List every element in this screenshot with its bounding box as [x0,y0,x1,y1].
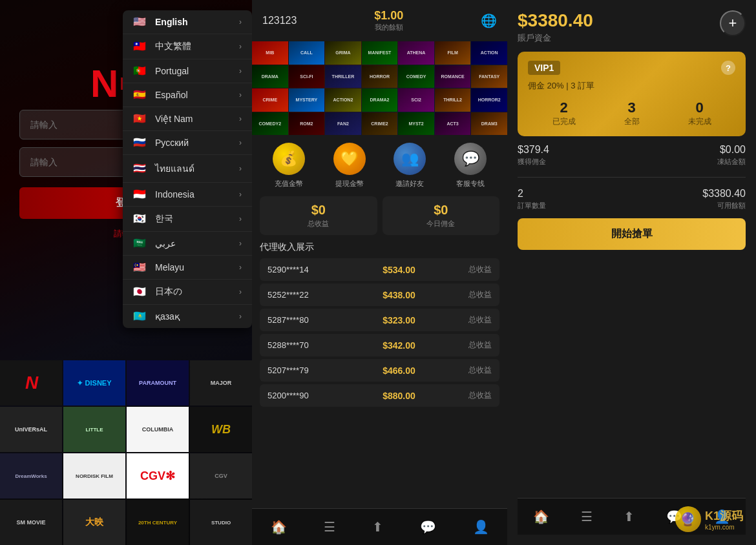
middle-globe-icon[interactable]: 🌐 [481,13,497,28]
right-panel: $3380.40 賬戶資金 + VIP1 ? 佣金 20% | 3 訂單 2 已… [507,0,756,545]
plus-button[interactable]: + [720,10,746,36]
movie-cell-text: ACTION2 [325,88,361,112]
lang-item-portugal[interactable]: 🇵🇹 Portugal › [123,59,252,83]
movie-cell: MANIFEST [362,41,398,65]
right-nav-menu[interactable]: ☰ [574,506,599,527]
lang-arrow-icon: › [239,263,242,272]
movie-cell: ROM2 [289,112,325,136]
lang-item-việt-nam[interactable]: 🇻🇳 Việt Nam › [123,107,252,131]
lang-name: Indonesia [155,189,194,200]
action-support[interactable]: 💬 客服专线 [454,143,487,189]
major-logo-text: MAJOR [211,380,232,386]
movie-cell-text: CALL [289,41,325,65]
lang-item-қазақ[interactable]: 🇰🇿 қазақ › [123,305,252,328]
action-recharge[interactable]: 💰 充值金幣 [273,143,305,189]
brand-columbia: COLUMBIA [127,407,189,452]
movie-cell: FAN2 [325,112,361,136]
movie-cell-text: THRILLER [325,65,361,88]
brand-cgv: CGV✻ [127,453,189,499]
fin-frozen-value: $0.00 [635,144,746,156]
netflix-brand-logo: N [25,373,37,393]
nav-home[interactable]: 🏠 [264,517,293,537]
agent-tag: 总收益 [459,314,492,325]
little-logo-text: LITTLE [85,427,103,433]
movie-cell-text: MANIFEST [362,41,398,65]
nav-upload[interactable]: ⬆ [366,517,390,537]
lang-item-español[interactable]: 🇪🇸 Español › [123,83,252,107]
fin-available-label: 可用餘額 [635,201,746,211]
middle-bottom-nav: 🏠 ☰ ⬆ 💬 👤 [252,508,507,545]
lang-flag: 🇮🇩 [133,189,147,200]
brand-chinese: 大映 [63,500,125,545]
movie-cell: ATHENA [398,41,434,65]
right-nav-home[interactable]: 🏠 [527,506,556,527]
middle-panel: 123123 $1.00 我的餘額 🌐 MIBCALLGRIMAMANIFEST… [252,0,507,545]
lang-flag: 🇰🇿 [133,311,147,322]
lang-item-english[interactable]: 🇺🇸 English › [123,10,252,34]
total-earnings-box: $0 总收益 [260,196,377,235]
movie-cell-text: SCI-FI [289,65,325,88]
start-order-button[interactable]: 開始搶單 [518,218,746,250]
lang-item-melayu[interactable]: 🇲🇾 Melayu › [123,256,252,280]
nav-menu[interactable]: ☰ [317,517,342,537]
movie-cell-text: DRAMA2 [362,88,398,112]
movie-cell: CRIME [252,88,288,112]
lang-item-日本の[interactable]: 🇯🇵 日本の › [123,280,252,305]
brand-major: MAJOR [190,360,252,406]
action-invite[interactable]: 👥 邀請好友 [394,143,426,189]
movie-cell-text: ROMANCE [435,65,471,88]
k1-sub-text: k1ym.com [705,524,743,531]
movie-cell-text: COMEDY [398,65,434,88]
movie-cell: DRAMA [252,65,288,88]
lang-name: Việt Nam [155,114,193,124]
lang-item-عربي[interactable]: 🇸🇦 عربي › [123,232,252,256]
lang-name: Español [155,90,188,100]
agent-row: 5287****80 $323.00 总收益 [260,309,499,331]
lang-arrow-icon: › [239,114,242,123]
lang-item-中文繁體[interactable]: 🇹🇼 中文繁體 › [123,34,252,59]
agent-amount: $880.00 [339,391,459,401]
vip-stats-row: 2 已完成 3 全部 0 未完成 [528,99,735,127]
action-withdraw[interactable]: 💛 提現金幣 [333,143,366,189]
movie-cell: ACTION2 [325,88,361,112]
vip-stat-completed: 2 已完成 [552,99,576,127]
fin-orders: 2 訂單數量 [518,188,629,211]
movie-cell-text: FANTASY [471,65,507,88]
fin-commission-label: 獲得佣金 [518,157,629,167]
movie-cell: MYST2 [398,112,434,136]
nav-user[interactable]: 👤 [467,517,496,537]
movie-cell-text: DRAMA [252,65,288,88]
fin-commission-value: $379.4 [518,144,629,156]
movie-cell-text: SCI2 [398,88,434,112]
lang-arrow-icon: › [239,138,242,147]
vip-help-btn[interactable]: ? [721,61,735,75]
lang-item-ไทยแลนด์[interactable]: 🇹🇭 ไทยแลนด์ › [123,155,252,183]
agent-amount: $466.00 [339,365,459,376]
vip-badge: VIP1 [528,61,560,75]
right-nav-upload[interactable]: ⬆ [617,506,641,527]
vip-incomplete-num: 0 [688,99,711,116]
vip-stat-incomplete: 0 未完成 [688,99,711,127]
movie-cell: CALL [289,41,325,65]
agent-id: 5288****70 [268,340,339,350]
lang-flag: 🇷🇺 [133,138,147,148]
movie-cell: ACTION [471,41,507,65]
lang-arrow-icon: › [239,17,242,26]
lang-name: 한국 [155,213,173,225]
movie-cell-text: CRIME [252,88,288,112]
lang-item-indonesia[interactable]: 🇮🇩 Indonesia › [123,183,252,207]
lang-item-한국[interactable]: 🇰🇷 한국 › [123,207,252,232]
lang-item-русский[interactable]: 🇷🇺 Русский › [123,131,252,155]
lang-flag: 🇪🇸 [133,90,147,100]
agent-section: 代理收入展示 5290****14 $534.00 总收益 5252****22… [252,242,507,415]
account-label: 賬戶資金 [518,32,593,44]
vip-completed-num: 2 [552,99,576,116]
movie-cell: COMEDY [398,65,434,88]
agent-id: 5287****80 [268,315,339,325]
action-icons-row: 💰 充值金幣 💛 提現金幣 👥 邀請好友 💬 客服专线 [252,135,507,196]
movie-cell: GRIMA [325,41,361,65]
nav-chat[interactable]: 💬 [414,517,443,537]
disney-logo-text: ✦ DISNEY [77,379,111,387]
cgv2-logo-text: CGV [215,473,227,479]
brand-20th: 20TH CENTURY [127,500,189,545]
